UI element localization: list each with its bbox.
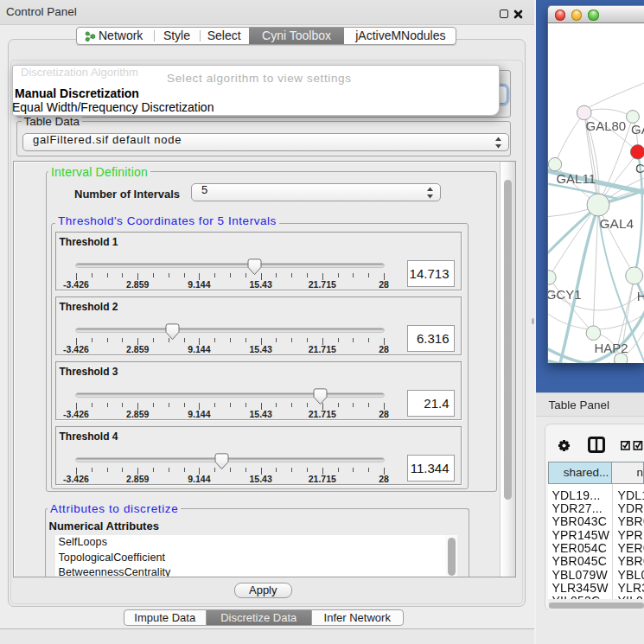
svg-text:H: H — [637, 289, 644, 303]
svg-text:HAP2: HAP2 — [594, 341, 628, 355]
svg-text:C: C — [635, 161, 644, 175]
svg-text:GAL4: GAL4 — [600, 216, 634, 231]
svg-text:GCY1: GCY1 — [548, 287, 582, 302]
svg-text:GAL11: GAL11 — [556, 171, 596, 186]
svg-text:GA: GA — [631, 122, 644, 137]
svg-text:GAL80: GAL80 — [586, 118, 627, 133]
